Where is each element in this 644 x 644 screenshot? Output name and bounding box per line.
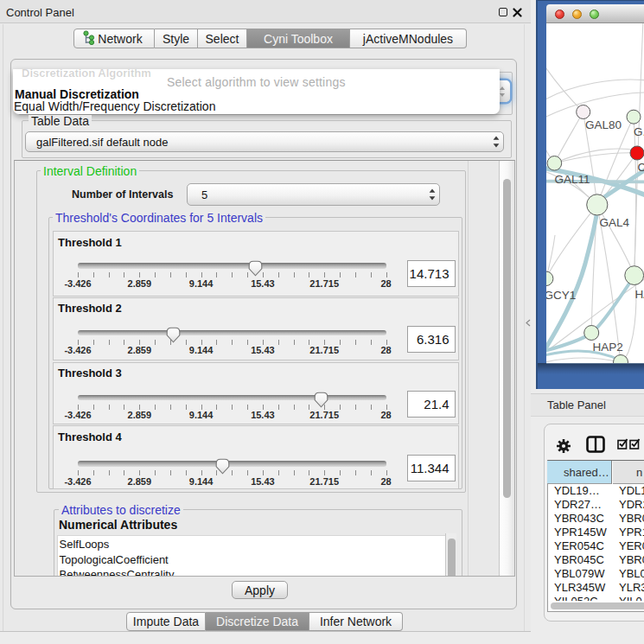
svg-text:GAL11: GAL11	[555, 173, 590, 186]
svg-text:GAL80: GAL80	[585, 118, 622, 131]
svg-text:HAP2: HAP2	[592, 341, 622, 354]
svg-text:G.: G.	[634, 125, 644, 138]
svg-text:HA: HA	[635, 288, 644, 301]
svg-text:GAL4: GAL4	[600, 216, 630, 229]
svg-text:CY: CY	[638, 161, 644, 174]
svg-text:GCY1: GCY1	[546, 289, 576, 302]
